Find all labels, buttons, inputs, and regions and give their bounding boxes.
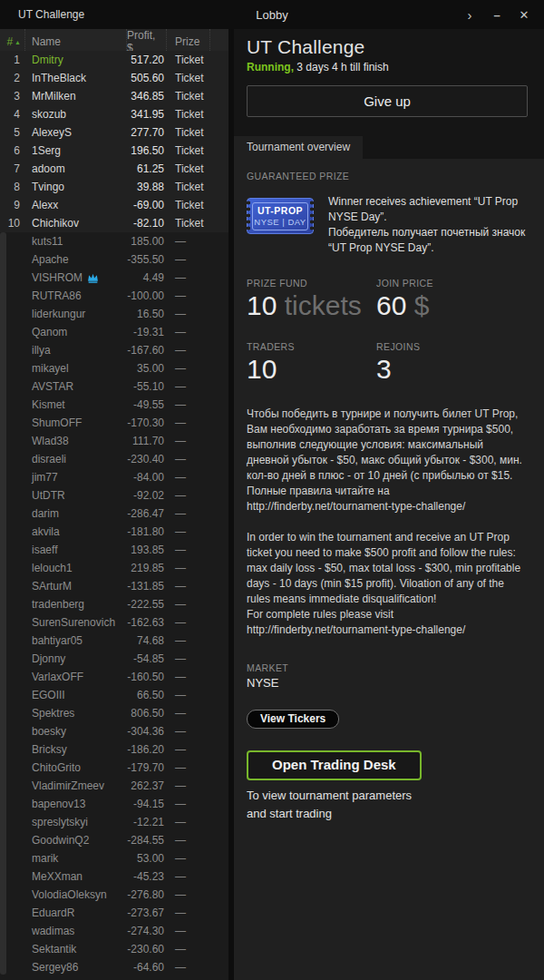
winner-description: Winner receives achievement “UT Prop NYS… (328, 194, 528, 256)
view-tickers-button[interactable]: View Tickers (247, 710, 339, 729)
trader-name: darim (25, 507, 127, 520)
trader-name: AVSTAR (25, 380, 127, 393)
prize-cell: — (167, 798, 210, 810)
table-row[interactable]: SurenSurenovich-162.63— (0, 613, 228, 632)
table-row[interactable]: Kismet-49.55— (0, 396, 228, 414)
table-row[interactable]: liderkungur16.50— (0, 305, 228, 323)
open-trading-desk-button[interactable]: Open Trading Desk (247, 750, 422, 780)
trader-name: disraeli (25, 453, 127, 466)
trader-name: Sektantik (25, 943, 127, 956)
table-row[interactable]: Wlad38111.70— (0, 432, 228, 450)
trader-name: MrMilken (25, 90, 127, 103)
prize-cell: — (167, 344, 210, 357)
table-row[interactable]: Qanom-19.31— (0, 323, 228, 341)
table-row[interactable]: marik53.00— (0, 849, 228, 867)
minimize-icon[interactable]: – (488, 5, 506, 24)
table-row[interactable]: EduardR-273.67— (0, 904, 228, 922)
stat-traders: TRADERS 10 (247, 341, 376, 385)
table-row[interactable]: VolodiaOleksyn-276.80— (0, 886, 228, 904)
table-row[interactable]: boesky-304.36— (0, 722, 228, 740)
profit-cell: -230.40 (127, 453, 167, 466)
table-row[interactable]: Spektres806.50— (0, 704, 228, 722)
table-row[interactable]: darim-286.47— (0, 505, 228, 523)
leaderboard-scrollbar[interactable] (0, 232, 6, 975)
stat-label: REJOINS (376, 341, 521, 352)
tab-bar: Tournament overview (234, 136, 544, 159)
table-row[interactable]: 5AlexeyS277.70Ticket (0, 123, 228, 142)
table-row[interactable]: Djonny-54.85— (0, 650, 228, 668)
table-row[interactable]: bahtiyar0574.68— (0, 632, 228, 650)
table-row[interactable]: spreslytskyi-12.21— (0, 813, 228, 831)
trader-name: VladimirZmeev (25, 779, 127, 792)
prize-cell: — (167, 253, 210, 266)
table-row[interactable]: Sergey86-64.60— (0, 958, 228, 976)
close-icon[interactable]: ✕ (515, 5, 533, 24)
table-row[interactable]: lelouch1219.85— (0, 559, 228, 577)
table-row[interactable]: mikayel35.00— (0, 359, 228, 377)
prize-cell: — (167, 562, 210, 574)
prize-cell: — (167, 435, 210, 447)
table-row[interactable]: wadimas-274.30— (0, 922, 228, 940)
table-row[interactable]: RUTRA86-100.00— (0, 287, 228, 305)
table-row[interactable]: SArturM-131.85— (0, 577, 228, 595)
table-row[interactable]: 1Dmitry517.20Ticket (0, 51, 228, 69)
table-row[interactable]: VISHROM4.49— (0, 269, 228, 287)
table-row[interactable]: VladimirZmeev262.37— (0, 777, 228, 795)
trader-name: mikayel (25, 362, 127, 375)
prize-cell: — (167, 326, 210, 338)
give-up-button[interactable]: Give up (247, 85, 528, 117)
table-row[interactable]: 9Alexx-69.00Ticket (0, 196, 228, 214)
table-row[interactable]: 4skozub341.95Ticket (0, 105, 228, 123)
prize-cell: — (167, 453, 210, 466)
table-row[interactable]: 10Chichikov-82.10Ticket (0, 214, 228, 232)
leaderboard-table: # ▲ Name Profit, $ Prize 1Dmitry517.20Ti… (0, 29, 228, 980)
table-row[interactable]: AVSTAR-55.10— (0, 377, 228, 396)
table-row[interactable]: ChitoGrito-179.70— (0, 759, 228, 777)
profit-cell: -12.21 (127, 816, 167, 828)
sort-asc-icon: ▲ (15, 39, 21, 45)
table-row[interactable]: Bricksy-186.20— (0, 740, 228, 759)
table-row[interactable]: VarlaxOFF-160.50— (0, 668, 228, 686)
trader-name: lelouch1 (25, 562, 127, 574)
expand-icon[interactable]: › (461, 5, 479, 24)
trader-name: 1Serg (25, 144, 127, 157)
table-row[interactable]: kuts11185.00— (0, 232, 228, 250)
table-row[interactable]: bapenov13-94.15— (0, 795, 228, 813)
table-row[interactable]: ShumOFF-170.30— (0, 414, 228, 432)
profit-cell: -273.67 (127, 906, 167, 919)
prize-cell: — (167, 888, 210, 901)
profit-cell: -181.80 (127, 525, 167, 538)
table-row[interactable]: UtDTR-92.02— (0, 486, 228, 505)
table-row[interactable]: 61Serg196.50Ticket (0, 142, 228, 160)
prize-cell: — (167, 925, 210, 937)
table-row[interactable]: 2InTheBlack505.60Ticket (0, 69, 228, 87)
table-row[interactable]: GoodwinQ2-284.55— (0, 831, 228, 849)
table-row[interactable]: 7adoom61.25Ticket (0, 160, 228, 178)
tournament-panel: UT Challenge Running, 3 days 4 h till fi… (234, 29, 544, 980)
table-row[interactable]: Sektantik-230.60— (0, 940, 228, 958)
tab-tournament-overview[interactable]: Tournament overview (234, 136, 363, 159)
titlebar: UT Challenge Lobby › – ✕ (0, 0, 544, 29)
table-row[interactable]: disraeli-230.40— (0, 450, 228, 468)
trader-name: Apache (25, 253, 127, 266)
prize-cell: Ticket (167, 90, 210, 103)
main-area: # ▲ Name Profit, $ Prize 1Dmitry517.20Ti… (0, 29, 544, 980)
profit-cell: 4.49 (127, 271, 167, 284)
profit-cell: 66.50 (127, 689, 167, 701)
rank-cell: 3 (0, 90, 25, 103)
table-row[interactable]: jim77-84.00— (0, 468, 228, 486)
stat-value: 10 (247, 354, 277, 384)
table-row[interactable]: 8Tvingo39.88Ticket (0, 178, 228, 196)
table-row[interactable]: 3MrMilken346.85Ticket (0, 87, 228, 105)
profit-cell: -274.30 (127, 925, 167, 937)
table-row[interactable]: tradenberg-222.55— (0, 595, 228, 613)
table-row[interactable]: isaeff193.85— (0, 541, 228, 559)
trader-name: VISHROM (25, 271, 127, 284)
table-row[interactable]: akvila-181.80— (0, 523, 228, 541)
table-row[interactable]: illya-167.60— (0, 341, 228, 359)
rank-cell: 7 (0, 162, 25, 175)
prize-cell: — (167, 761, 210, 774)
table-row[interactable]: Apache-355.50— (0, 250, 228, 269)
table-row[interactable]: MeXXman-45.23— (0, 867, 228, 886)
table-row[interactable]: EGOIII66.50— (0, 686, 228, 704)
